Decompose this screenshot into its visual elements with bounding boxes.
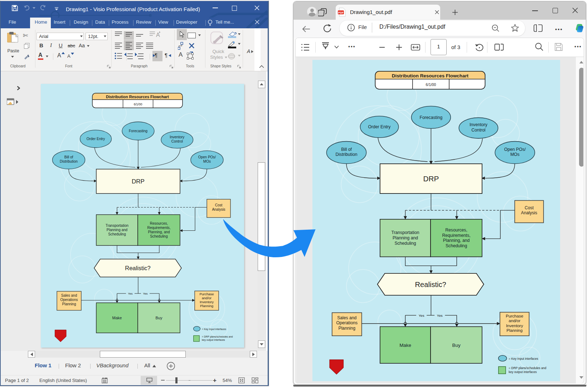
- svg-text:PDF: PDF: [338, 11, 344, 14]
